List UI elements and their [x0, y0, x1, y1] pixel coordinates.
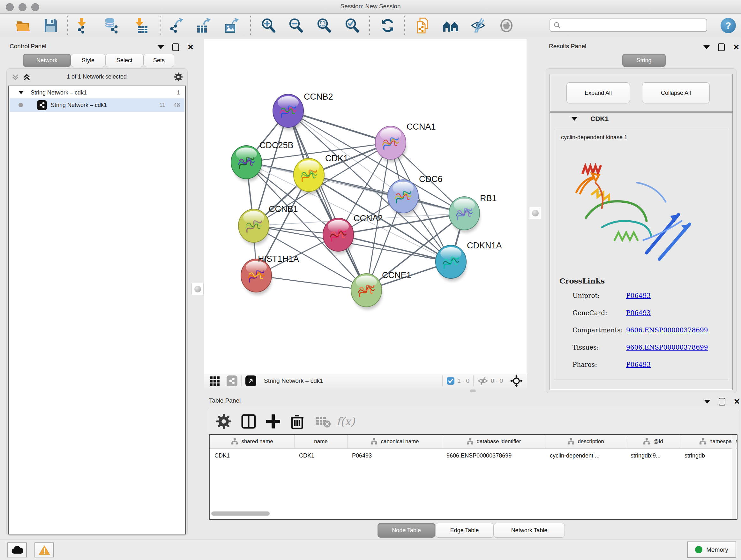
tab-style[interactable]: Style [71, 54, 105, 67]
tab-edge-table[interactable]: Edge Table [435, 523, 494, 538]
add-column-icon[interactable] [265, 413, 281, 430]
close-panel-icon[interactable]: ✕ [187, 44, 194, 51]
float-panel-icon[interactable] [172, 44, 179, 51]
function-builder-icon[interactable]: f(x) [336, 413, 365, 430]
network-tree: String Network – cdk1 1 String Network –… [8, 85, 186, 535]
tab-string[interactable]: String [622, 54, 666, 67]
crosslink-link[interactable]: 9606.ENSP00000378699 [626, 326, 708, 334]
selected-checkbox-icon[interactable] [447, 377, 455, 385]
column-header[interactable]: canonical name [347, 435, 442, 448]
network-row-selected[interactable]: String Network – cdk1 11 48 [10, 98, 185, 112]
collapse-all-chevron-icon[interactable] [11, 73, 20, 82]
zoom-in-icon[interactable] [260, 17, 277, 34]
column-header[interactable]: @id [626, 435, 680, 448]
expand-all-button[interactable]: Expand All [566, 82, 630, 104]
panel-menu-icon[interactable] [703, 45, 710, 49]
open-in-new-window-icon[interactable] [246, 375, 256, 386]
toolbar-separator [369, 16, 370, 35]
table-row[interactable]: CDK1 CDK1 P06493 9606.ENSP00000378699 cy… [210, 449, 737, 462]
export-table-icon[interactable] [195, 17, 212, 34]
network-node-CDKN1A[interactable] [435, 245, 467, 281]
left-splitter-handle[interactable] [192, 283, 204, 295]
collapse-all-button[interactable]: Collapse All [642, 82, 710, 104]
network-edge[interactable] [256, 275, 366, 290]
show-all-eye-icon[interactable] [498, 17, 515, 34]
panel-menu-icon[interactable] [704, 400, 711, 403]
cloud-button[interactable] [7, 543, 27, 557]
tab-network[interactable]: Network [23, 54, 71, 67]
crosslink-link[interactable]: 9606.ENSP00000378699 [626, 344, 708, 351]
hide-selected-eye-icon[interactable] [470, 17, 487, 34]
close-panel-icon[interactable]: ✕ [733, 44, 739, 51]
tab-node-table[interactable]: Node Table [378, 523, 435, 538]
network-node-CDC6[interactable] [388, 180, 419, 216]
panel-menu-icon[interactable] [158, 45, 164, 49]
network-edge[interactable] [246, 162, 403, 196]
column-header[interactable]: description [545, 435, 626, 448]
column-header[interactable]: shared name [210, 435, 294, 448]
network-node-CCNA1[interactable] [375, 126, 406, 162]
crosslink-link[interactable]: P06493 [626, 309, 651, 317]
node-label-CDC25B: CDC25B [259, 140, 293, 150]
first-neighbors-houses-icon[interactable] [442, 17, 459, 34]
export-image-icon[interactable] [223, 17, 240, 34]
zoom-out-icon[interactable] [287, 17, 304, 34]
right-splitter-handle[interactable] [529, 207, 541, 219]
import-table-from-file-icon[interactable] [132, 17, 149, 34]
float-panel-icon[interactable] [719, 398, 725, 406]
delete-table-icon[interactable] [315, 413, 332, 430]
zoom-selected-icon[interactable] [344, 17, 360, 34]
tab-select[interactable]: Select [105, 54, 144, 67]
help-icon[interactable]: ? [721, 18, 736, 33]
search-field[interactable] [549, 18, 707, 32]
tab-network-table[interactable]: Network Table [494, 523, 565, 538]
crosslink-link[interactable]: P06493 [626, 361, 651, 368]
horizontal-scrollbar[interactable] [211, 511, 270, 516]
network-node-HIST1H1A[interactable] [241, 259, 272, 295]
network-collection-row[interactable]: String Network – cdk1 1 [10, 87, 185, 98]
network-canvas[interactable]: CCNB2 CCNA1 CDC25B CDK1 CDC6 RB1 [204, 39, 527, 373]
network-node-CCNB1[interactable] [239, 209, 269, 245]
new-network-from-selection-icon[interactable] [415, 17, 431, 34]
warning-button[interactable] [35, 543, 54, 557]
zoom-fit-icon[interactable] [316, 17, 332, 34]
cdk1-expander-icon[interactable] [571, 117, 578, 121]
delete-column-icon[interactable] [289, 413, 306, 430]
gear-icon[interactable] [215, 413, 232, 430]
network-options-gear-icon[interactable] [174, 72, 183, 82]
collection-expander-icon[interactable] [18, 91, 23, 94]
vertical-scrollbar[interactable] [732, 435, 736, 519]
bottom-splitter-handle[interactable] [470, 389, 476, 392]
network-node-CCNE1[interactable] [351, 273, 382, 310]
float-panel-icon[interactable] [718, 44, 725, 51]
column-header[interactable]: database identifier [442, 435, 545, 448]
open-session-icon[interactable] [15, 17, 31, 34]
save-session-icon[interactable] [42, 17, 59, 34]
refresh-icon[interactable] [380, 17, 396, 34]
import-network-from-file-icon[interactable] [74, 17, 91, 34]
hidden-eye-icon[interactable] [477, 376, 488, 386]
network-node-RB1[interactable] [449, 197, 480, 233]
network-edge[interactable] [288, 111, 366, 290]
control-panel-title: Control Panel [10, 43, 46, 50]
split-columns-icon[interactable] [240, 413, 257, 430]
export-network-icon[interactable] [168, 17, 185, 34]
network-node-CDK1[interactable] [293, 159, 325, 194]
import-network-from-database-icon[interactable] [103, 17, 119, 34]
memory-button[interactable]: Memory [687, 542, 736, 558]
crosslink-link[interactable]: P06493 [626, 292, 651, 300]
node-label-CCNA2: CCNA2 [354, 213, 383, 223]
birdseye-navigator-icon[interactable] [510, 374, 523, 387]
grid-view-icon[interactable] [209, 375, 221, 387]
network-node-CDC25B[interactable] [231, 145, 262, 182]
search-input[interactable] [561, 22, 706, 29]
result-node-description: cyclin-dependent kinase 1 [561, 134, 627, 141]
network-label: String Network – cdk1 [51, 102, 107, 109]
column-header[interactable]: namespace [680, 435, 738, 448]
expand-all-chevron-icon[interactable] [22, 73, 31, 82]
share-view-icon[interactable] [226, 375, 238, 386]
column-header[interactable]: name [294, 435, 347, 448]
close-panel-icon[interactable]: ✕ [734, 398, 740, 405]
network-column-icon [567, 438, 575, 445]
tab-sets[interactable]: Sets [144, 54, 174, 67]
